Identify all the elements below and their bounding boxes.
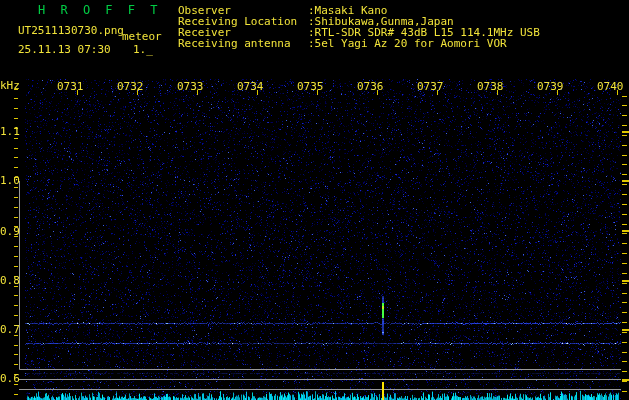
freq-axis-label: 0.6 bbox=[0, 373, 20, 384]
time-axis-label: 0737 bbox=[417, 81, 444, 92]
time-axis-label: 0738 bbox=[477, 81, 504, 92]
freq-axis-unit: kHz bbox=[0, 80, 20, 91]
time-axis-label: 0732 bbox=[117, 81, 144, 92]
freq-axis-label: 0.8 bbox=[0, 275, 20, 286]
receiving-antenna-value: :5el Yagi Az 20 for Aomori VOR bbox=[308, 38, 507, 49]
time-axis-label: 0733 bbox=[177, 81, 204, 92]
freq-axis-label: 1.1 bbox=[0, 126, 20, 137]
freq-axis-label: 0.9 bbox=[0, 226, 20, 237]
hrofft-window: H R O F F T UT2511130730.png meteor 25.1… bbox=[0, 0, 629, 400]
counter-label: 1._ bbox=[133, 44, 153, 55]
time-axis-label: 0740 bbox=[597, 81, 624, 92]
spectrogram-canvas bbox=[0, 0, 629, 400]
freq-axis-label: 0.7 bbox=[0, 324, 20, 335]
time-axis-label: 0735 bbox=[297, 81, 324, 92]
time-axis-label: 0734 bbox=[237, 81, 264, 92]
receiving-antenna-label: Receiving antenna bbox=[178, 38, 291, 49]
mode-label: meteor bbox=[122, 31, 162, 42]
time-axis-label: 0736 bbox=[357, 81, 384, 92]
output-filename: UT2511130730.png bbox=[18, 25, 124, 36]
freq-axis-label: 1.0 bbox=[0, 175, 20, 186]
app-title: H R O F F T bbox=[38, 4, 161, 17]
time-axis-label: 0739 bbox=[537, 81, 564, 92]
datetime-label: 25.11.13 07:30 bbox=[18, 44, 111, 55]
time-axis-label: 0731 bbox=[57, 81, 84, 92]
